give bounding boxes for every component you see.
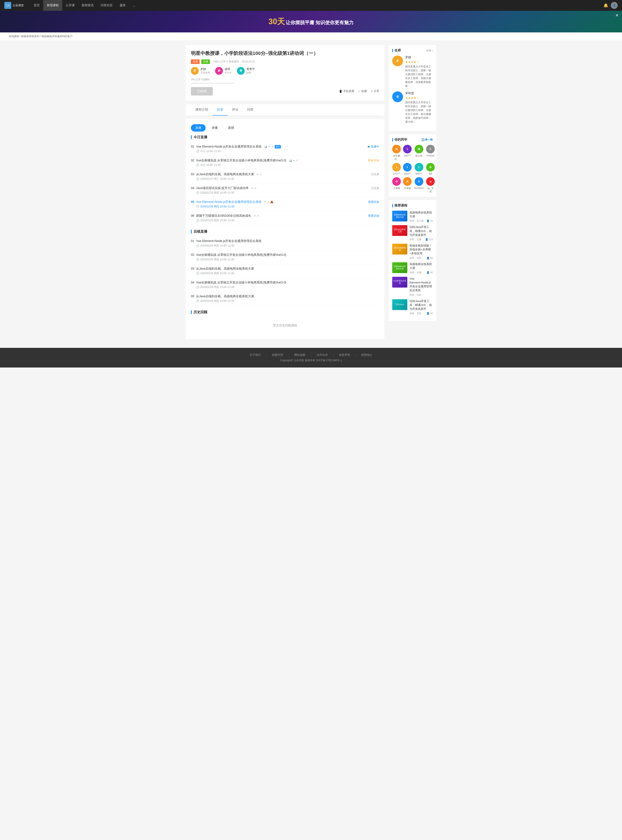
share-icon[interactable]: ↗ xyxy=(259,173,262,176)
rec-thumb-5: Vue管理后台系统 xyxy=(392,277,407,287)
rec-course-item[interactable]: 前端全栈加强版 前端全栈加强版！前端全栈+全周期+多组应用 讲师：岱田 👤 56 xyxy=(392,244,433,260)
item-time: 🕐 2020/02/26 周四 10:00~11:00 xyxy=(196,218,368,222)
edit-icon[interactable]: ✏ xyxy=(264,200,266,203)
item-time: 🕐 2020/02/27 周三 10:00~11:00 xyxy=(196,177,371,181)
classmate-item[interactable]: 小 小熊熊 xyxy=(392,177,401,193)
item-status-replay[interactable]: 查看回放 xyxy=(368,200,379,204)
classmate-item[interactable]: 化 化学教书... xyxy=(392,145,401,161)
share-icon[interactable]: ↗ xyxy=(271,145,273,148)
tag-live: 直播 xyxy=(191,60,200,64)
later-live-title: 后续直播 xyxy=(191,229,379,234)
edit-icon[interactable]: ✏ xyxy=(254,214,256,217)
teacher-stars-1: ★★★★☆ xyxy=(405,60,433,64)
item-time: 🕐 2020/02/26 周四 10:00~11:00 xyxy=(196,272,379,275)
item-content: Vue Element+Node.js开发企业通用管理后台系统 🕐 2020/0… xyxy=(196,239,379,247)
classmate-item[interactable]: 1 1767** xyxy=(392,163,401,175)
classmate-item[interactable]: 1 1867** xyxy=(414,163,424,175)
classmate-item[interactable]: 张 张小田 xyxy=(414,145,424,161)
item-status-live[interactable]: 直播中 xyxy=(368,145,379,149)
edit-icon[interactable]: ✏ xyxy=(251,187,253,190)
content-tab-live[interactable]: 直播 xyxy=(191,124,206,131)
item-num: 02 xyxy=(191,253,196,257)
breadcrumb: 发现课程 / 新媒体营销系列 / 销冠修炼术快速80%的客户 xyxy=(0,32,622,41)
footer-link-sitemap[interactable]: 网站地图 xyxy=(294,353,305,357)
classmate-item[interactable]: S Summers xyxy=(414,177,424,193)
course-list-container: 直播 录播 面授 今日直播 01 Vue Element+Node.js开发企业… xyxy=(186,119,384,339)
footer-link-about[interactable]: 关于我们 xyxy=(250,353,261,357)
rec-course-item[interactable]: 玩转Java 玩转Java开发工具，精通JUC，成为开发多面手 讲师：岱田 👤 … xyxy=(392,299,433,315)
teacher-name-2: 宋利坚 xyxy=(405,92,433,95)
classmate-item[interactable]: 1 1567** xyxy=(403,163,412,175)
share-icon[interactable]: ↗ xyxy=(296,159,298,162)
teachers-pagination[interactable]: 1/10 › xyxy=(426,49,433,52)
share-icon[interactable]: ↗ xyxy=(267,200,269,203)
download-icon[interactable]: 📊 xyxy=(289,159,292,162)
rec-course-item[interactable]: Vue管理后台系统 Vue Element+Node.js开发企业通用管理后台系… xyxy=(392,277,433,296)
tab-qa[interactable]: 问答 xyxy=(243,104,258,116)
tab-intro[interactable]: 课程介绍 xyxy=(191,104,212,116)
nav-home[interactable]: 首页 xyxy=(30,0,43,11)
share-button[interactable]: ↗ 分享 xyxy=(370,89,379,93)
classmate-item[interactable]: B Bill xyxy=(426,163,435,175)
edit-icon[interactable]: ✏ xyxy=(268,145,270,148)
rec-course-item[interactable]: 高级电商全线系统大课 高级电商全线系统大课 讲师：冷珊 👤 40 xyxy=(392,262,433,274)
item-title: Vue Element+Node.js开发企业通用管理后台系统 xyxy=(196,239,379,243)
share-icon[interactable]: ↗ xyxy=(254,187,256,190)
item-num: 05 xyxy=(191,295,196,298)
item-time: 🕐 今日 10:00~11:00 xyxy=(196,163,368,167)
item-content: Vue全家桶实战 从零独立开发企业级小米电商系统(免费升级Vue3.0) 🕐 2… xyxy=(196,281,379,289)
collect-button[interactable]: ☆ 收藏 xyxy=(358,89,367,93)
item-content: Vue全家桶实战 从零独立开发企业级小米电商系统(免费升级Vue3.0) 📊 ✏… xyxy=(196,159,368,167)
item-time: 🕐 今日 10:00~11:00 xyxy=(196,150,368,153)
mobile-watch-button[interactable]: 📱 手机观看 xyxy=(339,89,354,93)
download-icon[interactable]: 📥 xyxy=(270,200,273,203)
share-icon[interactable]: ↗ xyxy=(257,214,259,217)
switch-classmates-button[interactable]: 🔄 换一换 xyxy=(421,138,433,142)
bell-icon[interactable]: 🔔 xyxy=(604,3,608,8)
content-tab-offline[interactable]: 面授 xyxy=(224,124,238,131)
instructor-role-1: 主讲老师 xyxy=(200,71,210,74)
nav-more[interactable]: ... xyxy=(129,0,139,11)
teacher-desc-1: 国内某重点大学安全工程专业硕士，国家一级注册消防工程师、注册安全工程师、高级注册… xyxy=(405,64,433,88)
tab-catalog[interactable]: 目录 xyxy=(212,104,228,116)
nav-open[interactable]: 公开课 xyxy=(62,0,78,11)
bought-button[interactable]: 已购买 xyxy=(191,87,213,96)
user-avatar[interactable]: 👤 xyxy=(611,2,618,9)
tab-comment[interactable]: 评论 xyxy=(228,104,243,116)
download-icon[interactable]: 📊 xyxy=(264,145,267,148)
classmate-item[interactable]: C Charles xyxy=(426,145,435,161)
nav-qa[interactable]: 问答社区 xyxy=(97,0,116,11)
classmate-item[interactable]: 大 大笨狼 xyxy=(403,177,412,193)
footer-link-disclaimer[interactable]: 免责声明 xyxy=(339,353,350,357)
rec-thumb-2: 玩转Java开发工具 xyxy=(392,225,407,236)
list-item: 02 Vue全家桶实战 从零独立开发企业级小米电商系统(免费升级Vue3.0) … xyxy=(191,250,379,264)
footer-link-partner[interactable]: 合作伙伴 xyxy=(317,353,328,357)
rec-course-item[interactable]: 玩转Java开发工具 玩转Java开发工具，精通JUC，成为开发多面手 讲师：王… xyxy=(392,225,433,241)
item-title: Vue Element+Node.js开发企业通用管理后台系统 📊 ✏ ↗ 资料 xyxy=(196,145,368,149)
item-time-blue: 🕐 2020/02/26 周四 10:00~11:00 xyxy=(196,205,368,208)
list-item: 04 Vue全家桶实战 从零独立开发企业级小米电商系统(免费升级Vue3.0) … xyxy=(191,278,379,292)
nav-right: 🔔 👤 xyxy=(604,2,618,9)
rec-course-item[interactable]: 高级电商全线系统大课 高级电商全线系统大课 讲师：张小锋 👤 34 xyxy=(392,211,433,223)
item-title-blue: Vue Element+Node.js开发企业通用管理后台系统 ✏ ↗ 📥 xyxy=(196,200,368,204)
classmate-item[interactable]: 1 1567** xyxy=(403,145,412,161)
logo[interactable]: 云朵 云朵课堂 xyxy=(4,2,24,9)
breadcrumb-series[interactable]: 新媒体营销系列 xyxy=(21,35,39,38)
breadcrumb-discover[interactable]: 发现课程 xyxy=(9,35,19,38)
edit-icon[interactable]: ✏ xyxy=(256,173,259,176)
edit-icon[interactable]: ✏ xyxy=(293,159,295,162)
teacher-item-2: 宋 宋利坚 ★★★★☆ 国内某重点大学安全工程专业硕士，国家一级注册消防工程师、… xyxy=(392,92,433,124)
banner-close-button[interactable]: ✕ xyxy=(615,13,619,18)
teacher-item-1: 罗 罗静 ★★★★☆ 国内某重点大学安全工程专业硕士，国家一级注册消防工程师、注… xyxy=(392,55,433,88)
footer-link-careers[interactable]: 招贤纳士 xyxy=(361,353,372,357)
nav-discover[interactable]: 发现课程 xyxy=(43,0,62,11)
footer-link-franchise[interactable]: 加盟代理 xyxy=(272,353,283,357)
tabs-row: 课程介绍 目录 评论 问答 xyxy=(191,104,379,116)
content-tab-record[interactable]: 录播 xyxy=(207,124,222,131)
classmate-item[interactable]: q qq_天涯 xyxy=(426,177,435,193)
navigation: 云朵 云朵课堂 首页 发现课程 公开课 新闻资讯 问答社区 题库 ... 🔔 👤 xyxy=(0,0,622,11)
nav-question-bank[interactable]: 题库 xyxy=(116,0,129,11)
list-item: 01 Vue Element+Node.js开发企业通用管理后台系统 📊 ✏ ↗… xyxy=(191,142,379,156)
item-status-replay[interactable]: 查看回放 xyxy=(368,214,379,218)
nav-news[interactable]: 新闻资讯 xyxy=(78,0,97,11)
